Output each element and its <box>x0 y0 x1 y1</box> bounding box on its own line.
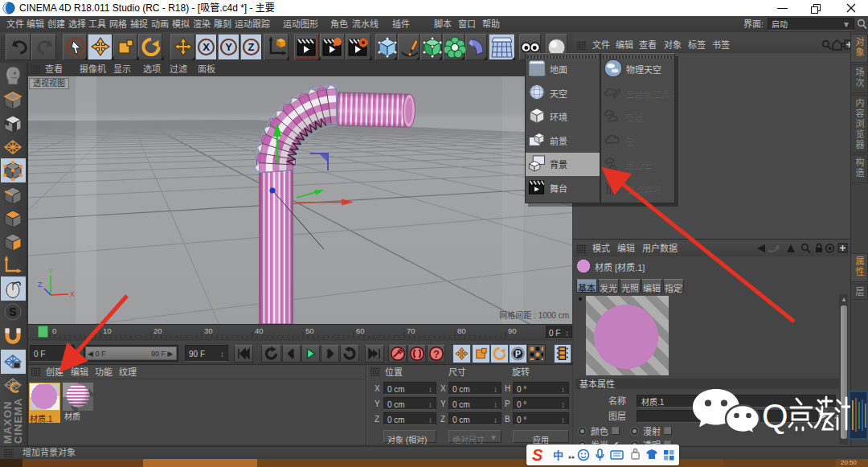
svg-text:Q: Q <box>762 397 788 435</box>
